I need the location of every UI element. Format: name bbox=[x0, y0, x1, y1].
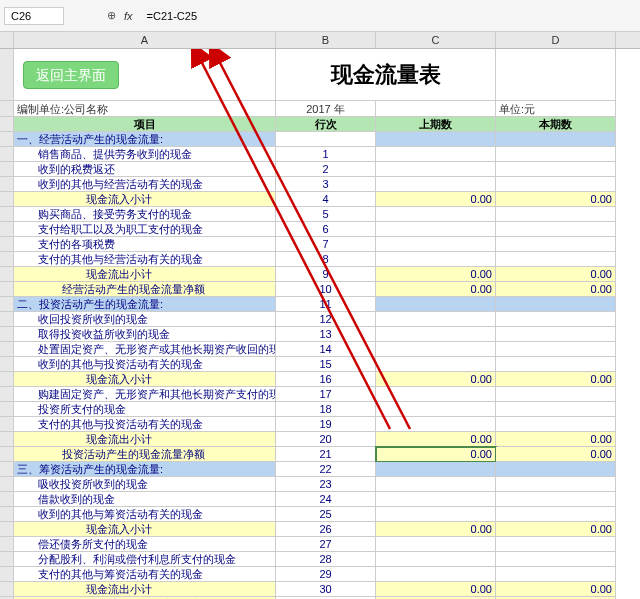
prev-cell[interactable] bbox=[376, 507, 496, 522]
item-cell[interactable]: 现金流出小计 bbox=[14, 582, 276, 597]
curr-cell[interactable] bbox=[496, 177, 616, 192]
fx-icon[interactable]: fx bbox=[124, 10, 133, 22]
curr-cell[interactable] bbox=[496, 402, 616, 417]
curr-cell[interactable] bbox=[496, 417, 616, 432]
item-cell[interactable]: 取得投资收益所收到的现金 bbox=[14, 327, 276, 342]
curr-cell[interactable] bbox=[496, 207, 616, 222]
col-header-a[interactable]: A bbox=[14, 32, 276, 48]
item-cell[interactable]: 支付的其他与经营活动有关的现金 bbox=[14, 252, 276, 267]
prev-cell[interactable]: 0.00 bbox=[376, 192, 496, 207]
row-header[interactable] bbox=[0, 342, 14, 357]
row-header[interactable] bbox=[0, 522, 14, 537]
col-header-c[interactable]: C bbox=[376, 32, 496, 48]
prev-cell[interactable] bbox=[376, 207, 496, 222]
prev-cell[interactable]: 0.00 bbox=[376, 582, 496, 597]
curr-cell[interactable] bbox=[496, 252, 616, 267]
prev-cell[interactable] bbox=[376, 357, 496, 372]
curr-cell[interactable] bbox=[496, 342, 616, 357]
line-cell[interactable]: 2 bbox=[276, 162, 376, 177]
line-cell[interactable]: 22 bbox=[276, 462, 376, 477]
item-cell[interactable]: 投资所支付的现金 bbox=[14, 402, 276, 417]
prev-cell[interactable] bbox=[376, 222, 496, 237]
prev-cell[interactable] bbox=[376, 162, 496, 177]
row-header[interactable] bbox=[0, 282, 14, 297]
prev-cell[interactable] bbox=[376, 492, 496, 507]
row-header[interactable] bbox=[0, 117, 14, 132]
row-header[interactable] bbox=[0, 567, 14, 582]
curr-cell[interactable] bbox=[496, 357, 616, 372]
prev-cell[interactable] bbox=[376, 147, 496, 162]
row-header[interactable] bbox=[0, 537, 14, 552]
prev-cell[interactable] bbox=[376, 312, 496, 327]
row-header[interactable] bbox=[0, 177, 14, 192]
formula-input[interactable] bbox=[143, 8, 636, 24]
row-header[interactable] bbox=[0, 222, 14, 237]
curr-cell[interactable] bbox=[496, 237, 616, 252]
item-cell[interactable]: 现金流入小计 bbox=[14, 192, 276, 207]
item-cell[interactable]: 收到的税费返还 bbox=[14, 162, 276, 177]
prev-cell[interactable]: 0.00 bbox=[376, 447, 496, 462]
row-header[interactable] bbox=[0, 387, 14, 402]
item-cell[interactable]: 现金流入小计 bbox=[14, 522, 276, 537]
row-header[interactable] bbox=[0, 552, 14, 567]
row-header[interactable] bbox=[0, 402, 14, 417]
curr-cell[interactable] bbox=[496, 327, 616, 342]
item-cell[interactable]: 支付给职工以及为职工支付的现金 bbox=[14, 222, 276, 237]
curr-cell[interactable] bbox=[496, 162, 616, 177]
prev-cell[interactable] bbox=[376, 477, 496, 492]
curr-cell[interactable]: 0.00 bbox=[496, 282, 616, 297]
row-header[interactable] bbox=[0, 357, 14, 372]
prev-cell[interactable] bbox=[376, 462, 496, 477]
curr-cell[interactable] bbox=[496, 477, 616, 492]
curr-cell[interactable] bbox=[496, 312, 616, 327]
col-header-b[interactable]: B bbox=[276, 32, 376, 48]
row-header[interactable] bbox=[0, 432, 14, 447]
line-cell[interactable]: 3 bbox=[276, 177, 376, 192]
row-header[interactable] bbox=[0, 207, 14, 222]
line-cell[interactable]: 9 bbox=[276, 267, 376, 282]
line-cell[interactable]: 20 bbox=[276, 432, 376, 447]
row-header[interactable] bbox=[0, 447, 14, 462]
prev-cell[interactable] bbox=[376, 237, 496, 252]
prev-cell[interactable] bbox=[376, 327, 496, 342]
curr-cell[interactable] bbox=[496, 492, 616, 507]
curr-cell[interactable]: 0.00 bbox=[496, 267, 616, 282]
line-cell[interactable]: 1 bbox=[276, 147, 376, 162]
curr-cell[interactable]: 0.00 bbox=[496, 447, 616, 462]
row-header[interactable] bbox=[0, 162, 14, 177]
curr-cell[interactable] bbox=[496, 552, 616, 567]
line-cell[interactable]: 5 bbox=[276, 207, 376, 222]
line-cell[interactable]: 28 bbox=[276, 552, 376, 567]
prev-cell[interactable]: 0.00 bbox=[376, 432, 496, 447]
row-header[interactable] bbox=[0, 462, 14, 477]
item-cell[interactable]: 支付的其他与投资活动有关的现金 bbox=[14, 417, 276, 432]
prev-cell[interactable] bbox=[376, 342, 496, 357]
curr-cell[interactable] bbox=[496, 537, 616, 552]
row-header[interactable] bbox=[0, 327, 14, 342]
line-cell[interactable]: 21 bbox=[276, 447, 376, 462]
prev-cell[interactable] bbox=[376, 417, 496, 432]
curr-cell[interactable] bbox=[496, 147, 616, 162]
line-cell[interactable]: 10 bbox=[276, 282, 376, 297]
curr-cell[interactable]: 0.00 bbox=[496, 432, 616, 447]
item-cell[interactable]: 投资活动产生的现金流量净额 bbox=[14, 447, 276, 462]
row-header[interactable] bbox=[0, 147, 14, 162]
line-cell[interactable]: 13 bbox=[276, 327, 376, 342]
item-cell[interactable]: 一、经营活动产生的现金流量: bbox=[14, 132, 276, 147]
row-header[interactable] bbox=[0, 237, 14, 252]
item-cell[interactable]: 销售商品、提供劳务收到的现金 bbox=[14, 147, 276, 162]
item-cell[interactable]: 现金流出小计 bbox=[14, 432, 276, 447]
row-header[interactable] bbox=[0, 312, 14, 327]
return-button[interactable]: 返回主界面 bbox=[23, 61, 119, 89]
cell-reference-input[interactable] bbox=[4, 7, 64, 25]
line-cell[interactable]: 23 bbox=[276, 477, 376, 492]
zoom-icon[interactable]: ⊕ bbox=[104, 9, 118, 23]
line-cell[interactable]: 12 bbox=[276, 312, 376, 327]
curr-cell[interactable] bbox=[496, 507, 616, 522]
prev-cell[interactable]: 0.00 bbox=[376, 267, 496, 282]
line-cell[interactable]: 7 bbox=[276, 237, 376, 252]
curr-cell[interactable]: 0.00 bbox=[496, 372, 616, 387]
line-cell[interactable]: 18 bbox=[276, 402, 376, 417]
curr-cell[interactable]: 0.00 bbox=[496, 192, 616, 207]
prev-cell[interactable]: 0.00 bbox=[376, 372, 496, 387]
